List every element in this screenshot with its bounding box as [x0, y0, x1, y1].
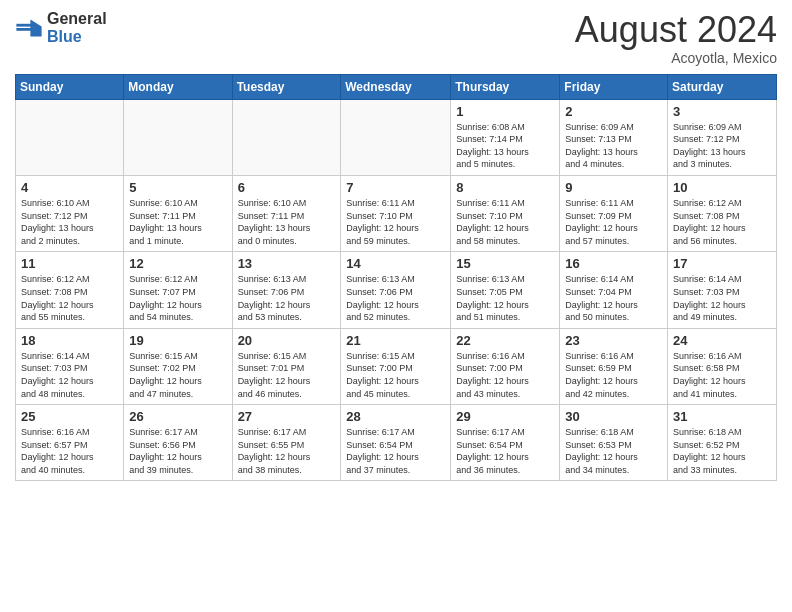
logo-general-text: General	[47, 10, 107, 27]
weekday-header-tuesday: Tuesday	[232, 74, 341, 99]
day-info: Sunrise: 6:09 AM Sunset: 7:13 PM Dayligh…	[565, 121, 662, 171]
weekday-header-sunday: Sunday	[16, 74, 124, 99]
calendar-day-cell: 10Sunrise: 6:12 AM Sunset: 7:08 PM Dayli…	[668, 175, 777, 251]
title-area: August 2024 Acoyotla, Mexico	[575, 10, 777, 66]
day-info: Sunrise: 6:13 AM Sunset: 7:06 PM Dayligh…	[346, 273, 445, 323]
day-info: Sunrise: 6:14 AM Sunset: 7:04 PM Dayligh…	[565, 273, 662, 323]
day-info: Sunrise: 6:11 AM Sunset: 7:09 PM Dayligh…	[565, 197, 662, 247]
logo-text: General Blue	[47, 10, 107, 45]
calendar-day-cell: 29Sunrise: 6:17 AM Sunset: 6:54 PM Dayli…	[451, 405, 560, 481]
day-info: Sunrise: 6:11 AM Sunset: 7:10 PM Dayligh…	[346, 197, 445, 247]
day-info: Sunrise: 6:08 AM Sunset: 7:14 PM Dayligh…	[456, 121, 554, 171]
day-number: 23	[565, 333, 662, 348]
calendar-day-cell	[232, 99, 341, 175]
day-number: 5	[129, 180, 226, 195]
calendar-day-cell: 25Sunrise: 6:16 AM Sunset: 6:57 PM Dayli…	[16, 405, 124, 481]
day-info: Sunrise: 6:10 AM Sunset: 7:11 PM Dayligh…	[129, 197, 226, 247]
weekday-header-wednesday: Wednesday	[341, 74, 451, 99]
day-info: Sunrise: 6:09 AM Sunset: 7:12 PM Dayligh…	[673, 121, 771, 171]
day-info: Sunrise: 6:12 AM Sunset: 7:08 PM Dayligh…	[673, 197, 771, 247]
calendar-day-cell: 16Sunrise: 6:14 AM Sunset: 7:04 PM Dayli…	[560, 252, 668, 328]
calendar-week-row: 18Sunrise: 6:14 AM Sunset: 7:03 PM Dayli…	[16, 328, 777, 404]
calendar-day-cell: 22Sunrise: 6:16 AM Sunset: 7:00 PM Dayli…	[451, 328, 560, 404]
calendar-week-row: 4Sunrise: 6:10 AM Sunset: 7:12 PM Daylig…	[16, 175, 777, 251]
calendar-day-cell: 19Sunrise: 6:15 AM Sunset: 7:02 PM Dayli…	[124, 328, 232, 404]
calendar-day-cell: 12Sunrise: 6:12 AM Sunset: 7:07 PM Dayli…	[124, 252, 232, 328]
day-number: 29	[456, 409, 554, 424]
day-info: Sunrise: 6:13 AM Sunset: 7:05 PM Dayligh…	[456, 273, 554, 323]
day-number: 25	[21, 409, 118, 424]
calendar-day-cell: 13Sunrise: 6:13 AM Sunset: 7:06 PM Dayli…	[232, 252, 341, 328]
day-info: Sunrise: 6:12 AM Sunset: 7:07 PM Dayligh…	[129, 273, 226, 323]
day-info: Sunrise: 6:18 AM Sunset: 6:53 PM Dayligh…	[565, 426, 662, 476]
day-info: Sunrise: 6:13 AM Sunset: 7:06 PM Dayligh…	[238, 273, 336, 323]
calendar-day-cell: 23Sunrise: 6:16 AM Sunset: 6:59 PM Dayli…	[560, 328, 668, 404]
calendar-day-cell: 7Sunrise: 6:11 AM Sunset: 7:10 PM Daylig…	[341, 175, 451, 251]
weekday-header-monday: Monday	[124, 74, 232, 99]
day-number: 17	[673, 256, 771, 271]
day-number: 18	[21, 333, 118, 348]
day-info: Sunrise: 6:10 AM Sunset: 7:11 PM Dayligh…	[238, 197, 336, 247]
logo: General Blue	[15, 10, 107, 45]
day-number: 24	[673, 333, 771, 348]
day-info: Sunrise: 6:15 AM Sunset: 7:01 PM Dayligh…	[238, 350, 336, 400]
calendar-day-cell	[341, 99, 451, 175]
day-info: Sunrise: 6:14 AM Sunset: 7:03 PM Dayligh…	[673, 273, 771, 323]
calendar-week-row: 1Sunrise: 6:08 AM Sunset: 7:14 PM Daylig…	[16, 99, 777, 175]
calendar-day-cell: 28Sunrise: 6:17 AM Sunset: 6:54 PM Dayli…	[341, 405, 451, 481]
svg-rect-2	[16, 23, 31, 26]
calendar-day-cell: 15Sunrise: 6:13 AM Sunset: 7:05 PM Dayli…	[451, 252, 560, 328]
page: General Blue August 2024 Acoyotla, Mexic…	[0, 0, 792, 612]
calendar-day-cell: 18Sunrise: 6:14 AM Sunset: 7:03 PM Dayli…	[16, 328, 124, 404]
calendar-day-cell: 14Sunrise: 6:13 AM Sunset: 7:06 PM Dayli…	[341, 252, 451, 328]
day-number: 6	[238, 180, 336, 195]
calendar-day-cell: 4Sunrise: 6:10 AM Sunset: 7:12 PM Daylig…	[16, 175, 124, 251]
calendar-week-row: 11Sunrise: 6:12 AM Sunset: 7:08 PM Dayli…	[16, 252, 777, 328]
day-info: Sunrise: 6:16 AM Sunset: 6:57 PM Dayligh…	[21, 426, 118, 476]
day-number: 7	[346, 180, 445, 195]
calendar-day-cell: 8Sunrise: 6:11 AM Sunset: 7:10 PM Daylig…	[451, 175, 560, 251]
day-info: Sunrise: 6:16 AM Sunset: 6:58 PM Dayligh…	[673, 350, 771, 400]
calendar-day-cell: 21Sunrise: 6:15 AM Sunset: 7:00 PM Dayli…	[341, 328, 451, 404]
day-info: Sunrise: 6:12 AM Sunset: 7:08 PM Dayligh…	[21, 273, 118, 323]
calendar-day-cell: 3Sunrise: 6:09 AM Sunset: 7:12 PM Daylig…	[668, 99, 777, 175]
day-number: 2	[565, 104, 662, 119]
calendar-day-cell: 27Sunrise: 6:17 AM Sunset: 6:55 PM Dayli…	[232, 405, 341, 481]
calendar-week-row: 25Sunrise: 6:16 AM Sunset: 6:57 PM Dayli…	[16, 405, 777, 481]
calendar-day-cell: 2Sunrise: 6:09 AM Sunset: 7:13 PM Daylig…	[560, 99, 668, 175]
day-number: 20	[238, 333, 336, 348]
day-number: 13	[238, 256, 336, 271]
day-number: 15	[456, 256, 554, 271]
calendar-day-cell: 26Sunrise: 6:17 AM Sunset: 6:56 PM Dayli…	[124, 405, 232, 481]
day-number: 19	[129, 333, 226, 348]
calendar-day-cell: 5Sunrise: 6:10 AM Sunset: 7:11 PM Daylig…	[124, 175, 232, 251]
month-title: August 2024	[575, 10, 777, 50]
calendar-day-cell: 30Sunrise: 6:18 AM Sunset: 6:53 PM Dayli…	[560, 405, 668, 481]
calendar-day-cell: 6Sunrise: 6:10 AM Sunset: 7:11 PM Daylig…	[232, 175, 341, 251]
day-number: 11	[21, 256, 118, 271]
weekday-header-thursday: Thursday	[451, 74, 560, 99]
day-number: 27	[238, 409, 336, 424]
logo-icon	[15, 14, 43, 42]
day-info: Sunrise: 6:17 AM Sunset: 6:56 PM Dayligh…	[129, 426, 226, 476]
calendar-day-cell: 31Sunrise: 6:18 AM Sunset: 6:52 PM Dayli…	[668, 405, 777, 481]
svg-rect-3	[16, 28, 31, 31]
calendar-day-cell: 1Sunrise: 6:08 AM Sunset: 7:14 PM Daylig…	[451, 99, 560, 175]
day-number: 12	[129, 256, 226, 271]
day-number: 26	[129, 409, 226, 424]
day-info: Sunrise: 6:15 AM Sunset: 7:00 PM Dayligh…	[346, 350, 445, 400]
day-number: 10	[673, 180, 771, 195]
day-info: Sunrise: 6:16 AM Sunset: 6:59 PM Dayligh…	[565, 350, 662, 400]
day-info: Sunrise: 6:18 AM Sunset: 6:52 PM Dayligh…	[673, 426, 771, 476]
day-info: Sunrise: 6:11 AM Sunset: 7:10 PM Dayligh…	[456, 197, 554, 247]
day-number: 28	[346, 409, 445, 424]
header: General Blue August 2024 Acoyotla, Mexic…	[15, 10, 777, 66]
weekday-header-friday: Friday	[560, 74, 668, 99]
day-info: Sunrise: 6:17 AM Sunset: 6:54 PM Dayligh…	[346, 426, 445, 476]
day-info: Sunrise: 6:15 AM Sunset: 7:02 PM Dayligh…	[129, 350, 226, 400]
calendar-day-cell: 24Sunrise: 6:16 AM Sunset: 6:58 PM Dayli…	[668, 328, 777, 404]
day-number: 21	[346, 333, 445, 348]
calendar-day-cell: 17Sunrise: 6:14 AM Sunset: 7:03 PM Dayli…	[668, 252, 777, 328]
day-number: 14	[346, 256, 445, 271]
calendar-day-cell: 11Sunrise: 6:12 AM Sunset: 7:08 PM Dayli…	[16, 252, 124, 328]
